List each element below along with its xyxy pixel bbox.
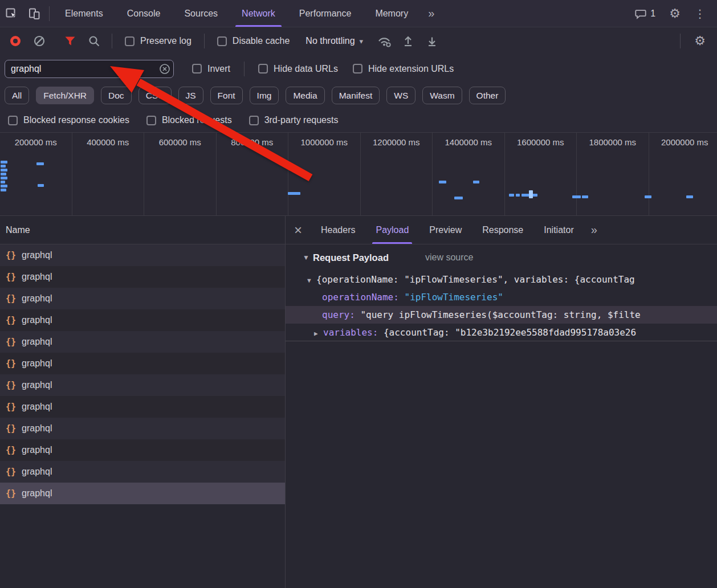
request-row[interactable]: {}graphql — [0, 439, 285, 461]
record-icon — [10, 36, 21, 46]
tab-preview[interactable]: Preview — [419, 216, 472, 244]
hide-data-urls-checkbox[interactable]: Hide data URLs — [254, 64, 343, 74]
tab-sources[interactable]: Sources — [172, 0, 230, 27]
settings-gear-icon[interactable]: ⚙ — [663, 6, 686, 21]
request-details-panel: × Headers Payload Preview Response Initi… — [286, 216, 717, 588]
console-messages-button[interactable]: 1 — [629, 7, 661, 20]
clear-filter-button[interactable] — [160, 64, 170, 74]
fetch-icon: {} — [6, 272, 16, 282]
blocked-response-cookies-checkbox[interactable]: Blocked response cookies — [3, 115, 134, 125]
checkbox-icon — [258, 64, 268, 74]
search-button[interactable] — [84, 31, 104, 51]
chip-fetch-xhr[interactable]: Fetch/XHR — [36, 87, 94, 104]
name-column-header[interactable]: Name — [0, 216, 285, 244]
tab-network[interactable]: Network — [230, 0, 287, 27]
waterfall-bar — [1, 173, 6, 175]
request-payload-section-header[interactable]: ▼ Request Payload view source — [286, 244, 717, 271]
chip-font[interactable]: Font — [210, 87, 243, 104]
checkbox-icon — [249, 116, 259, 125]
payload-variables-row[interactable]: ▶variables: {accountTag: "b12e3b2192ee55… — [286, 324, 717, 341]
request-name: graphql — [22, 293, 52, 304]
tab-payload[interactable]: Payload — [365, 216, 419, 244]
checkbox-icon — [8, 116, 18, 125]
tab-elements[interactable]: Elements — [53, 0, 115, 27]
checkbox-icon — [192, 64, 202, 74]
waterfall-bar — [1, 181, 5, 183]
filter-toggle-button[interactable] — [60, 31, 80, 51]
network-overview-timeline[interactable]: 200000 ms 400000 ms 600000 ms 800000 ms … — [0, 132, 717, 216]
record-button[interactable] — [6, 31, 25, 51]
request-row[interactable]: {}graphql — [0, 244, 285, 266]
chip-img[interactable]: Img — [250, 87, 279, 104]
chip-wasm[interactable]: Wasm — [422, 87, 462, 104]
chip-media[interactable]: Media — [286, 87, 324, 104]
tab-headers[interactable]: Headers — [311, 216, 365, 244]
waterfall-bar — [454, 197, 463, 199]
chip-js[interactable]: JS — [178, 87, 203, 104]
close-details-button[interactable]: × — [286, 216, 311, 244]
preserve-log-checkbox[interactable]: Preserve log — [120, 36, 196, 46]
name-header-label: Name — [6, 225, 30, 235]
hide-extension-urls-checkbox[interactable]: Hide extension URLs — [348, 64, 458, 74]
payload-operation-row[interactable]: operationName: "ipFlowTimeseries" — [286, 288, 717, 306]
chip-doc[interactable]: Doc — [101, 87, 132, 104]
request-row-selected[interactable]: {}graphql — [0, 483, 285, 504]
request-name: graphql — [22, 380, 52, 390]
request-row[interactable]: {}graphql — [0, 374, 285, 396]
more-tabs-chevron-icon[interactable]: » — [420, 0, 442, 27]
request-row[interactable]: {}graphql — [0, 396, 285, 418]
request-name: graphql — [22, 488, 52, 499]
disable-cache-checkbox[interactable]: Disable cache — [213, 36, 295, 46]
blocked-requests-checkbox[interactable]: Blocked requests — [142, 115, 237, 125]
chip-all[interactable]: All — [5, 87, 29, 104]
tab-memory[interactable]: Memory — [363, 0, 420, 27]
request-type-filters: All Fetch/XHR Doc CSS JS Font Img Media … — [0, 83, 717, 108]
tab-console[interactable]: Console — [115, 0, 173, 27]
view-source-link[interactable]: view source — [425, 252, 473, 263]
import-har-button[interactable] — [398, 31, 418, 51]
disable-cache-label: Disable cache — [233, 36, 290, 46]
tab-label: Performance — [299, 9, 352, 19]
tab-performance[interactable]: Performance — [287, 0, 364, 27]
checkbox-icon — [353, 64, 362, 74]
clear-circle-icon — [160, 64, 170, 74]
request-row[interactable]: {}graphql — [0, 309, 285, 331]
request-row[interactable]: {}graphql — [0, 461, 285, 483]
chip-ws[interactable]: WS — [386, 87, 415, 104]
tab-initiator[interactable]: Initiator — [533, 216, 584, 244]
third-party-requests-checkbox[interactable]: 3rd-party requests — [245, 115, 343, 125]
inspect-element-icon[interactable] — [0, 0, 23, 27]
invert-checkbox[interactable]: Invert — [188, 64, 235, 74]
filter-input[interactable] — [5, 60, 174, 78]
throttling-dropdown[interactable]: No throttling ▾ — [299, 36, 370, 46]
device-toolbar-icon[interactable] — [23, 0, 46, 27]
chip-css[interactable]: CSS — [138, 87, 172, 104]
export-har-button[interactable] — [422, 31, 442, 51]
chip-manifest[interactable]: Manifest — [332, 87, 380, 104]
request-row[interactable]: {}graphql — [0, 288, 285, 309]
triangle-down-icon: ▼ — [307, 272, 316, 288]
request-row[interactable]: {}graphql — [0, 353, 285, 374]
tab-response[interactable]: Response — [472, 216, 533, 244]
network-conditions-button[interactable] — [374, 31, 394, 51]
chip-other[interactable]: Other — [469, 87, 506, 104]
clear-network-log-button[interactable] — [30, 31, 49, 51]
request-row[interactable]: {}graphql — [0, 418, 285, 439]
network-filter-row: Invert Hide data URLs Hide extension URL… — [0, 55, 717, 83]
waterfall-bar — [1, 189, 6, 191]
network-settings-gear-icon[interactable]: ⚙ — [689, 34, 711, 48]
tab-label: Response — [482, 225, 523, 235]
payload-summary-row[interactable]: ▼{operationName: "ipFlowTimeseries", var… — [286, 271, 717, 288]
divider — [204, 34, 205, 48]
json-key: operationName: — [322, 292, 399, 303]
kebab-menu-icon[interactable]: ⋮ — [689, 7, 711, 21]
payload-query-row[interactable]: query: "query ipFlowTimeseries($accountT… — [286, 306, 717, 324]
request-row[interactable]: {}graphql — [0, 266, 285, 288]
request-row[interactable]: {}graphql — [0, 331, 285, 353]
more-detail-tabs-chevron-icon[interactable]: » — [584, 216, 604, 244]
waterfall-bar — [1, 177, 7, 179]
triangle-right-icon: ▶ — [314, 325, 323, 341]
network-options-row: Blocked response cookies Blocked request… — [0, 108, 717, 132]
checkbox-icon — [125, 36, 135, 46]
request-name: graphql — [22, 423, 52, 434]
